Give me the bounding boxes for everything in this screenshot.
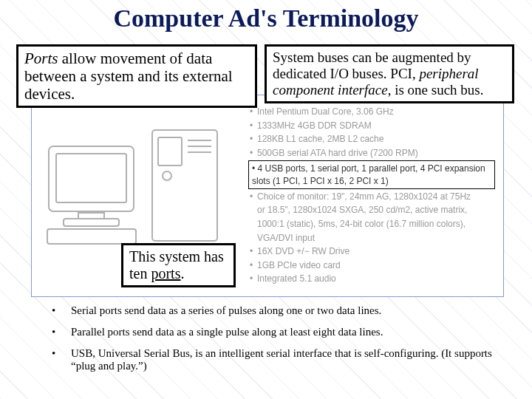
spec-list: •Intel Pentium Dual Core, 3.06 GHz•1333M… <box>250 105 494 286</box>
spec-highlight: • 4 USB ports, 1 serial port, 1 parallel… <box>248 160 495 188</box>
svg-rect-7 <box>56 154 126 202</box>
svg-rect-6 <box>49 146 134 211</box>
svg-rect-1 <box>158 137 182 166</box>
callout-ten-ports: This system has ten ports. <box>121 243 236 287</box>
callout-ports: Ports allow movement of data between a s… <box>16 44 257 108</box>
spec-line: •Integrated 5.1 audio <box>250 272 494 286</box>
spec-line: •16X DVD +/− RW Drive <box>250 245 494 259</box>
spec-line: •128KB L1 cache, 2MB L2 cache <box>250 132 494 146</box>
bottom-bullet: •Serial ports send data as a series of p… <box>52 304 510 317</box>
spec-line: 1000:1 (static), 5ms, 24-bit color (16.7… <box>250 217 494 231</box>
spec-line: •1333MHz 4GB DDR SDRAM <box>250 119 494 133</box>
spec-line: •Intel Pentium Dual Core, 3.06 GHz <box>250 105 494 119</box>
spec-line: VGA/DVI input <box>250 231 494 245</box>
svg-rect-9 <box>64 219 119 226</box>
slide-title: Computer Ad's Terminology <box>0 4 532 33</box>
bottom-bullet: •USB, Universal Serial Bus, is an intell… <box>52 347 510 372</box>
svg-rect-8 <box>78 213 104 219</box>
spec-line: •500GB serial ATA hard drive (7200 RPM) <box>250 146 494 160</box>
bottom-bullets: •Serial ports send data as a series of p… <box>52 304 510 381</box>
svg-rect-10 <box>47 229 136 244</box>
callout-pci: System buses can be augmented by dedicat… <box>265 44 514 103</box>
bottom-bullet: •Parallel ports send data as a single pu… <box>52 326 510 338</box>
svg-point-5 <box>163 171 171 180</box>
spec-line: or 18.5", 1280x1024 SXGA, 250 cd/m2, act… <box>250 203 494 217</box>
computer-illustration <box>41 124 233 250</box>
spec-line: •1GB PCIe video card <box>250 259 494 273</box>
spec-line: •Choice of monitor: 19", 24mm AG, 1280x1… <box>250 190 494 204</box>
